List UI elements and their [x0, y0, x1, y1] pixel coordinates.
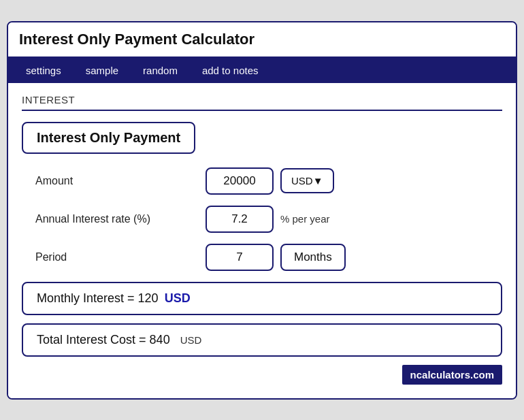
rate-unit: % per year	[280, 213, 330, 225]
title-bar: Interest Only Payment Calculator	[8, 22, 516, 58]
calculator-container: Interest Only Payment Calculator setting…	[7, 21, 517, 400]
total-label: Total Interest Cost	[37, 333, 135, 346]
content-area: INTEREST Interest Only Payment Amount US…	[8, 83, 516, 398]
total-currency: USD	[180, 334, 202, 346]
monthly-label: Monthly Interest	[37, 291, 124, 305]
branding: ncalculators.com	[22, 365, 502, 385]
monthly-interest-result: Monthly Interest = 120 USD	[22, 282, 502, 315]
nav-settings[interactable]: settings	[14, 58, 73, 83]
monthly-value: 120	[138, 291, 159, 305]
monthly-currency: USD	[165, 291, 191, 305]
section-label: INTEREST	[22, 94, 502, 111]
total-interest-result: Total Interest Cost = 840 USD	[22, 323, 502, 357]
rate-label: Annual Interest rate (%)	[35, 213, 206, 225]
rate-input[interactable]	[206, 206, 274, 233]
amount-label: Amount	[35, 175, 206, 187]
currency-button[interactable]: USD▼	[280, 168, 334, 193]
period-label: Period	[35, 251, 206, 263]
nav-sample[interactable]: sample	[73, 58, 131, 83]
period-row: Period Months	[22, 244, 502, 271]
amount-input[interactable]	[206, 167, 274, 195]
nav-random[interactable]: random	[131, 58, 190, 83]
page-title: Interest Only Payment Calculator	[19, 31, 505, 48]
period-input[interactable]	[206, 244, 274, 271]
brand-badge: ncalculators.com	[402, 365, 502, 385]
calc-title: Interest Only Payment	[22, 122, 195, 154]
period-unit-button[interactable]: Months	[280, 244, 346, 271]
amount-row: Amount USD▼	[22, 167, 502, 195]
rate-row: Annual Interest rate (%) % per year	[22, 206, 502, 233]
total-value: 840	[150, 333, 170, 346]
nav-bar: settings sample random add to notes	[8, 58, 516, 83]
nav-add-to-notes[interactable]: add to notes	[190, 58, 271, 83]
